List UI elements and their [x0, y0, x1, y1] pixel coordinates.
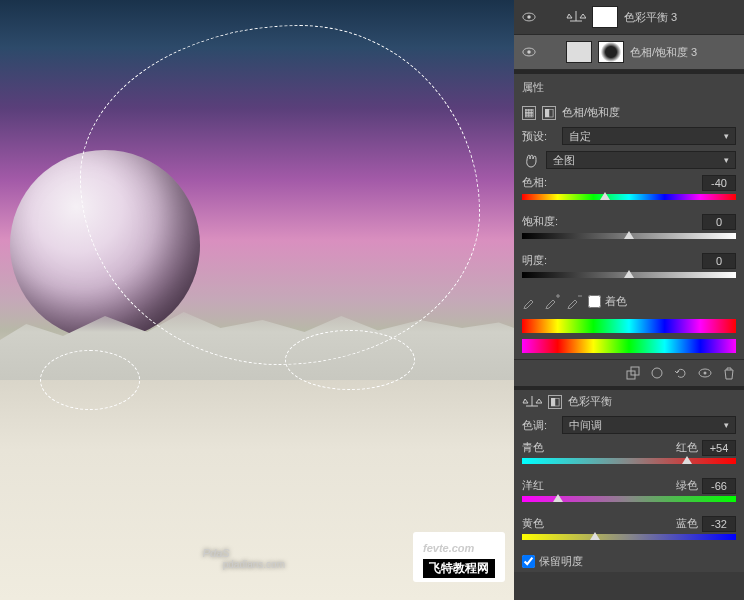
hue-value[interactable]: -40 — [702, 175, 736, 191]
layer-mask-thumb[interactable] — [592, 6, 618, 28]
saturation-value[interactable]: 0 — [702, 214, 736, 230]
colorize-checkbox[interactable]: 着色 — [588, 294, 627, 309]
svg-point-6 — [652, 368, 662, 378]
range-dropdown[interactable]: 全图 — [546, 151, 736, 169]
marquee-selection — [285, 330, 415, 390]
color-balance-panel: ◧ 色彩平衡 色调: 中间调 青色红色+54 洋红绿色-66 黄色蓝色-32 保… — [514, 390, 744, 572]
mask-icon: ◧ — [542, 106, 556, 120]
cyan-red-slider[interactable]: 青色红色+54 — [514, 437, 744, 475]
layer-name[interactable]: 色彩平衡 3 — [624, 10, 677, 25]
hue-spectrum — [522, 319, 736, 333]
preset-dropdown[interactable]: 自定 — [562, 127, 736, 145]
preserve-luminosity-checkbox[interactable]: 保留明度 — [522, 554, 583, 569]
svg-point-8 — [704, 372, 707, 375]
lightness-value[interactable]: 0 — [702, 253, 736, 269]
clip-to-layer-icon[interactable] — [626, 366, 640, 380]
hue-slider[interactable]: 色相:-40 — [514, 172, 744, 211]
previous-state-icon[interactable] — [650, 366, 664, 380]
properties-tab[interactable]: 属性 — [522, 81, 544, 93]
hue-spectrum-shifted — [522, 339, 736, 353]
color-balance-icon — [566, 10, 586, 24]
visibility-icon[interactable] — [520, 45, 538, 59]
delete-icon[interactable] — [722, 366, 736, 380]
tone-dropdown[interactable]: 中间调 — [562, 416, 736, 434]
panels-sidebar: 色彩平衡 3 色相/饱和度 3 属性 ▦ ◧ 色相/饱和度 预设: 自定 全图 … — [514, 0, 744, 600]
yellow-blue-slider[interactable]: 黄色蓝色-32 — [514, 513, 744, 551]
svg-point-1 — [527, 15, 531, 19]
adjustment-thumb[interactable] — [566, 41, 592, 63]
layer-mask-thumb[interactable] — [598, 41, 624, 63]
targeted-adjustment-icon[interactable] — [522, 151, 540, 169]
svg-point-3 — [527, 50, 531, 54]
properties-panel: 属性 ▦ ◧ 色相/饱和度 预设: 自定 全图 色相:-40 饱和度:0 明度:… — [514, 74, 744, 386]
layer-name[interactable]: 色相/饱和度 3 — [630, 45, 697, 60]
eyedropper-icon[interactable] — [522, 293, 538, 309]
marquee-selection — [40, 350, 140, 410]
eyedropper-minus-icon[interactable] — [566, 293, 582, 309]
adjustment-icon: ▦ — [522, 106, 536, 120]
magenta-green-slider[interactable]: 洋红绿色-66 — [514, 475, 744, 513]
site-logo: fevte.com 飞特教程网 — [413, 532, 505, 582]
reset-icon[interactable] — [674, 366, 688, 380]
layer-row-colorbalance[interactable]: 色彩平衡 3 — [514, 0, 744, 35]
cr-value[interactable]: +54 — [702, 440, 736, 456]
document-canvas[interactable]: PdaS pdadians.com fevte.com 飞特教程网 — [0, 0, 525, 600]
yb-value[interactable]: -32 — [702, 516, 736, 532]
layer-row-huesat[interactable]: 色相/饱和度 3 — [514, 35, 744, 70]
mask-icon: ◧ — [548, 395, 562, 409]
panel-title: 色相/饱和度 — [562, 105, 620, 120]
preset-label: 预设: — [522, 129, 556, 144]
visibility-toggle-icon[interactable] — [698, 366, 712, 380]
saturation-slider[interactable]: 饱和度:0 — [514, 211, 744, 250]
visibility-icon[interactable] — [520, 10, 538, 24]
tone-label: 色调: — [522, 418, 556, 433]
color-balance-icon — [522, 395, 542, 409]
eyedropper-plus-icon[interactable] — [544, 293, 560, 309]
panel-title: 色彩平衡 — [568, 394, 612, 409]
mg-value[interactable]: -66 — [702, 478, 736, 494]
watermark: PdaS pdadians.com — [203, 519, 285, 570]
lightness-slider[interactable]: 明度:0 — [514, 250, 744, 289]
